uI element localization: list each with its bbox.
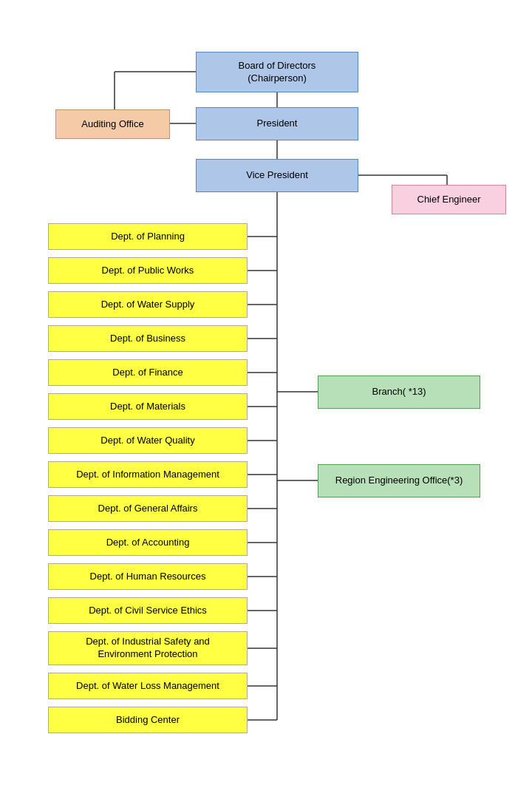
branch-box: Branch( *13) bbox=[318, 375, 480, 409]
vice-president-label: Vice President bbox=[246, 169, 308, 182]
president-label: President bbox=[257, 118, 298, 130]
dept-materials-label: Dept. of Materials bbox=[110, 401, 185, 413]
dept-finance-box: Dept. of Finance bbox=[48, 359, 248, 386]
dept-humanres-label: Dept. of Human Resources bbox=[90, 571, 206, 583]
auditing-office-box: Auditing Office bbox=[55, 109, 170, 139]
board-of-directors-box: Board of Directors (Chairperson) bbox=[196, 52, 358, 92]
dept-publicworks-box: Dept. of Public Works bbox=[48, 257, 248, 284]
dept-watersupply-box: Dept. of Water Supply bbox=[48, 291, 248, 318]
dept-waterloss-box: Dept. of Water Loss Management bbox=[48, 673, 248, 699]
region-engineering-label: Region Engineering Office(*3) bbox=[335, 475, 463, 487]
dept-waterquality-box: Dept. of Water Quality bbox=[48, 427, 248, 454]
dept-bidding-label: Bidding Center bbox=[116, 714, 180, 727]
dept-business-label: Dept. of Business bbox=[110, 333, 185, 345]
org-chart: Board of Directors (Chairperson) Preside… bbox=[0, 0, 532, 802]
dept-indusafety-label: Dept. of Industrial Safety and Environme… bbox=[86, 636, 210, 661]
chief-engineer-box: Chief Engineer bbox=[392, 185, 506, 214]
branch-label: Branch( *13) bbox=[372, 386, 426, 398]
dept-infomgmt-box: Dept. of Information Management bbox=[48, 461, 248, 488]
dept-finance-label: Dept. of Finance bbox=[112, 367, 183, 379]
dept-materials-box: Dept. of Materials bbox=[48, 393, 248, 420]
board-of-directors-label: Board of Directors (Chairperson) bbox=[239, 60, 316, 85]
dept-planning-label: Dept. of Planning bbox=[111, 231, 185, 243]
dept-waterquality-label: Dept. of Water Quality bbox=[100, 435, 194, 447]
dept-civilethics-box: Dept. of Civil Service Ethics bbox=[48, 597, 248, 624]
dept-humanres-box: Dept. of Human Resources bbox=[48, 563, 248, 590]
dept-business-box: Dept. of Business bbox=[48, 325, 248, 352]
dept-generalaffairs-label: Dept. of General Affairs bbox=[98, 503, 198, 515]
dept-accounting-label: Dept. of Accounting bbox=[106, 537, 190, 549]
dept-publicworks-label: Dept. of Public Works bbox=[102, 265, 194, 277]
president-box: President bbox=[196, 107, 358, 140]
dept-indusafety-box: Dept. of Industrial Safety and Environme… bbox=[48, 631, 248, 665]
region-engineering-box: Region Engineering Office(*3) bbox=[318, 464, 480, 497]
auditing-office-label: Auditing Office bbox=[81, 118, 143, 131]
dept-planning-box: Dept. of Planning bbox=[48, 223, 248, 250]
chief-engineer-label: Chief Engineer bbox=[417, 194, 481, 206]
dept-waterloss-label: Dept. of Water Loss Management bbox=[76, 680, 219, 693]
dept-civilethics-label: Dept. of Civil Service Ethics bbox=[89, 605, 207, 617]
dept-infomgmt-label: Dept. of Information Management bbox=[76, 469, 219, 481]
dept-bidding-box: Bidding Center bbox=[48, 707, 248, 733]
dept-watersupply-label: Dept. of Water Supply bbox=[101, 299, 195, 311]
dept-accounting-box: Dept. of Accounting bbox=[48, 529, 248, 556]
vice-president-box: Vice President bbox=[196, 159, 358, 192]
dept-generalaffairs-box: Dept. of General Affairs bbox=[48, 495, 248, 522]
